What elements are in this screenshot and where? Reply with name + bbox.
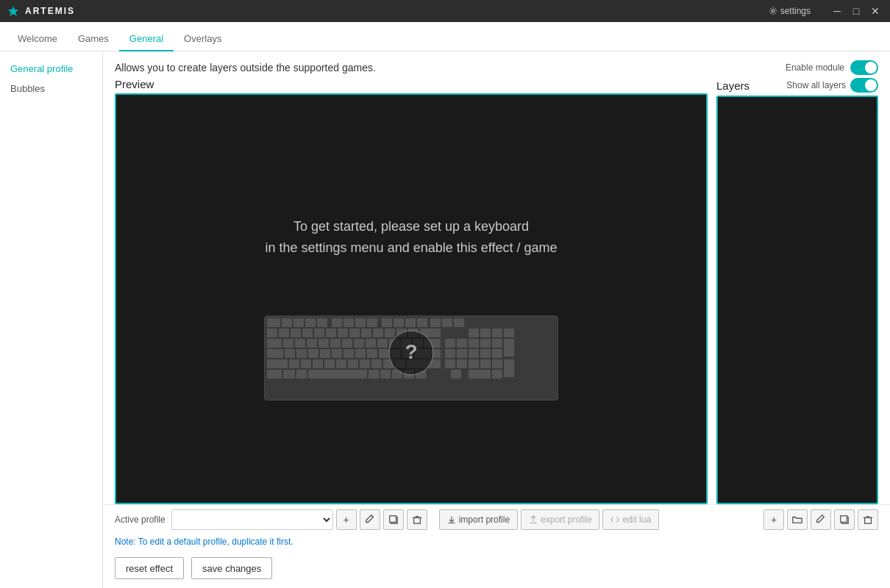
svg-rect-121	[865, 517, 872, 523]
svg-rect-63	[313, 359, 323, 368]
svg-rect-83	[492, 329, 502, 337]
layers-delete-button[interactable]	[858, 509, 878, 530]
edit-lua-label: edit lua	[622, 514, 651, 525]
export-profile-button[interactable]: export profile	[521, 509, 599, 530]
layers-copy-icon	[839, 514, 850, 525]
svg-rect-53	[343, 349, 354, 358]
preview-title: Preview	[115, 78, 154, 90]
tab-games[interactable]: Games	[68, 27, 119, 51]
svg-rect-48	[285, 349, 295, 358]
svg-rect-15	[417, 318, 427, 327]
svg-rect-94	[492, 359, 502, 368]
svg-rect-64	[324, 359, 335, 368]
sidebar-item-bubbles[interactable]: Bubbles	[0, 79, 102, 98]
copy-profile-button[interactable]	[383, 509, 404, 530]
svg-rect-87	[492, 339, 502, 348]
svg-rect-103	[457, 359, 467, 368]
layers-copy-button[interactable]	[834, 509, 855, 530]
svg-rect-75	[308, 370, 367, 379]
svg-rect-95	[504, 359, 514, 377]
svg-rect-20	[279, 329, 289, 337]
app-logo-icon	[7, 5, 19, 17]
maximize-button[interactable]: □	[849, 4, 864, 18]
export-profile-label: export profile	[541, 514, 591, 525]
svg-rect-56	[379, 349, 389, 358]
svg-rect-98	[445, 339, 455, 348]
svg-rect-9	[343, 318, 354, 327]
import-icon	[447, 515, 456, 524]
trash-icon	[412, 514, 422, 525]
svg-rect-82	[480, 329, 491, 337]
description-text: Allows you to create layers outside the …	[115, 62, 376, 74]
tab-welcome[interactable]: Welcome	[7, 27, 68, 51]
svg-rect-86	[480, 339, 491, 348]
svg-rect-6	[305, 318, 316, 327]
svg-rect-74	[296, 370, 307, 379]
svg-rect-18	[454, 318, 464, 327]
module-toggle-area: Enable module	[786, 60, 878, 75]
svg-rect-36	[307, 339, 317, 348]
copy-icon	[388, 514, 399, 525]
tab-overlays[interactable]: Overlays	[174, 27, 232, 51]
layers-folder-button[interactable]	[787, 509, 808, 530]
svg-rect-27	[361, 329, 371, 337]
minimize-button[interactable]: ─	[830, 4, 844, 18]
svg-rect-81	[469, 329, 479, 337]
delete-profile-button[interactable]	[407, 509, 427, 530]
active-profile-select[interactable]	[171, 509, 333, 530]
svg-rect-5	[293, 318, 304, 327]
sidebar-item-general-profile[interactable]: General profile	[0, 59, 102, 79]
svg-rect-19	[267, 329, 277, 337]
minimize-icon: ─	[833, 5, 841, 17]
svg-rect-37	[318, 339, 329, 348]
close-icon: ✕	[871, 5, 880, 17]
svg-rect-26	[349, 329, 360, 337]
svg-rect-100	[445, 349, 455, 358]
layers-section: Layers Show all layers	[716, 78, 878, 504]
svg-rect-12	[382, 318, 392, 327]
svg-rect-4	[282, 318, 292, 327]
svg-rect-52	[332, 349, 342, 358]
edit-icon	[365, 514, 375, 525]
svg-rect-3	[267, 318, 280, 327]
titlebar-left: ARTEMIS	[7, 5, 75, 17]
preview-canvas: To get started, please set up a keyboard…	[115, 93, 708, 504]
enable-module-label: Enable module	[786, 62, 844, 73]
enable-module-toggle[interactable]	[850, 60, 878, 75]
settings-button[interactable]: settings	[769, 6, 811, 16]
reset-effect-button[interactable]: reset effect	[115, 557, 184, 579]
layers-trash-icon	[863, 514, 873, 525]
titlebar: ARTEMIS settings ─ □ ✕	[0, 0, 890, 22]
folder-icon	[792, 514, 802, 525]
main-area: General profile Bubbles Allows you to cr…	[0, 51, 890, 588]
svg-rect-10	[355, 318, 366, 327]
svg-rect-90	[480, 349, 491, 358]
svg-rect-73	[283, 370, 295, 379]
content-area: Allows you to create layers outside the …	[103, 51, 890, 588]
svg-rect-110	[413, 517, 420, 523]
svg-rect-39	[342, 339, 352, 348]
svg-rect-35	[295, 339, 305, 348]
svg-text:?: ?	[405, 340, 417, 363]
layers-add-button[interactable]: +	[763, 509, 784, 530]
svg-rect-51	[320, 349, 330, 358]
import-profile-button[interactable]: import profile	[439, 509, 518, 530]
layers-edit-icon	[816, 514, 826, 525]
close-button[interactable]: ✕	[868, 4, 883, 18]
show-all-layers-toggle[interactable]	[850, 78, 878, 93]
layers-header: Layers Show all layers	[716, 78, 878, 93]
save-changes-button[interactable]: save changes	[191, 557, 272, 579]
active-profile-label: Active profile	[115, 514, 165, 525]
svg-rect-92	[469, 359, 479, 368]
edit-profile-button[interactable]	[360, 509, 380, 530]
tabbar: Welcome Games General Overlays	[0, 22, 890, 51]
tab-general[interactable]: General	[119, 27, 174, 51]
svg-rect-120	[841, 516, 847, 523]
svg-rect-41	[366, 339, 376, 348]
add-profile-button[interactable]: +	[336, 509, 357, 530]
layers-toolbar: +	[763, 509, 878, 530]
layers-edit-button[interactable]	[811, 509, 831, 530]
svg-rect-76	[369, 370, 379, 379]
show-all-layers-label: Show all layers	[786, 80, 846, 90]
edit-lua-button[interactable]: edit lua	[602, 509, 659, 530]
